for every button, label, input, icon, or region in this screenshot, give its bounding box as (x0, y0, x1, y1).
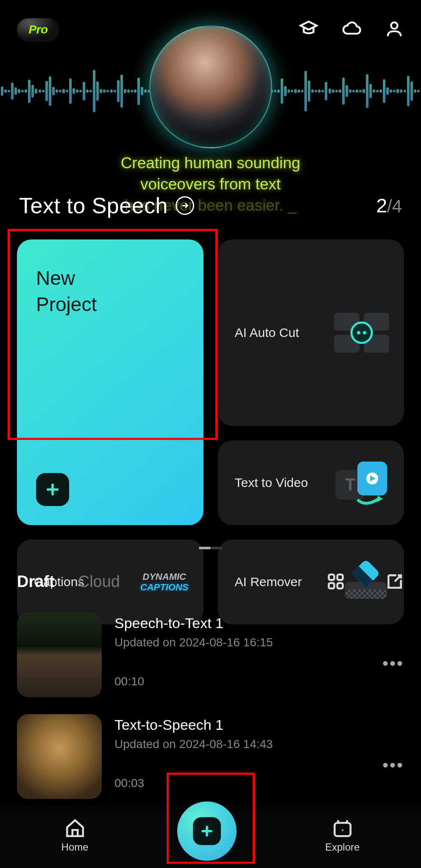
plus-icon (193, 817, 221, 845)
draft-duration: 00:10 (114, 675, 404, 688)
more-icon[interactable]: ••• (382, 654, 404, 673)
svg-point-6 (357, 331, 360, 334)
svg-point-5 (351, 323, 372, 343)
hero-line2: voiceovers from text (140, 175, 281, 193)
page-total: 4 (392, 196, 402, 216)
draft-duration: 00:03 (114, 776, 404, 790)
tab-draft[interactable]: Draft (17, 573, 55, 591)
drafts-tab-row: Draft Cloud (17, 572, 404, 591)
draft-info: Speech-to-Text 1 Updated on 2024-08-16 1… (114, 612, 404, 688)
text-to-video-label: Text to Video (235, 476, 308, 490)
bottom-nav: Home Explore (0, 802, 421, 868)
nav-explore-label: Explore (325, 841, 360, 853)
pager-dots (199, 547, 223, 549)
svg-rect-23 (337, 575, 343, 580)
svg-point-7 (363, 331, 366, 334)
home-icon (64, 818, 86, 839)
hero-line1: Creating human sounding (121, 154, 301, 172)
nav-home[interactable]: Home (61, 818, 89, 853)
draft-title: Text-to-Speech 1 (114, 717, 404, 733)
explore-icon (332, 818, 353, 839)
pro-badge[interactable]: Pro (17, 18, 59, 42)
grid-view-icon[interactable] (326, 572, 345, 591)
edit-icon[interactable] (385, 572, 404, 591)
new-project-card[interactable]: New Project (17, 239, 204, 525)
text-to-video-card[interactable]: Text to Video T (218, 440, 404, 525)
draft-thumbnail (17, 714, 102, 799)
feature-title-text: Text to Speech (19, 193, 168, 218)
more-icon[interactable]: ••• (382, 756, 404, 775)
draft-subtitle: Updated on 2024-08-16 14:43 (114, 737, 404, 751)
pro-badge-label: Pro (28, 23, 47, 36)
new-project-label: New Project (36, 265, 97, 317)
feature-title[interactable]: Text to Speech (19, 193, 194, 218)
page-current: 2 (376, 195, 387, 217)
plus-icon (36, 473, 69, 506)
draft-info: Text-to-Speech 1 Updated on 2024-08-16 1… (114, 714, 404, 790)
tab-cloud[interactable]: Cloud (78, 573, 120, 591)
svg-point-0 (391, 22, 397, 29)
profile-icon[interactable] (385, 19, 404, 40)
svg-rect-25 (337, 583, 343, 589)
page-counter: 2/4 (376, 194, 402, 217)
arrow-right-icon (176, 196, 194, 215)
feature-title-row: Text to Speech 2/4 (0, 193, 421, 218)
draft-thumbnail (17, 612, 102, 697)
text-to-video-icon: T (332, 457, 391, 508)
draft-item[interactable]: Speech-to-Text 1 Updated on 2024-08-16 1… (17, 612, 404, 714)
svg-rect-24 (329, 583, 335, 589)
top-icon-group (299, 19, 404, 40)
create-fab[interactable] (177, 801, 237, 861)
feature-cards-grid: New Project AI Auto Cut Text to Video (17, 239, 404, 624)
draft-item[interactable]: Text-to-Speech 1 Updated on 2024-08-16 1… (17, 714, 404, 816)
ai-auto-cut-label: AI Auto Cut (235, 326, 299, 340)
draft-subtitle: Updated on 2024-08-16 16:15 (114, 636, 404, 649)
ai-auto-cut-icon (332, 309, 391, 356)
nav-explore[interactable]: Explore (325, 818, 360, 853)
top-bar: Pro (0, 13, 421, 47)
ai-auto-cut-card[interactable]: AI Auto Cut (218, 239, 404, 426)
svg-rect-22 (329, 575, 335, 580)
learn-icon[interactable] (299, 19, 318, 40)
nav-home-label: Home (61, 841, 89, 853)
svg-text:T: T (345, 475, 355, 494)
svg-rect-15 (345, 590, 387, 599)
svg-marker-13 (377, 495, 383, 502)
draft-title: Speech-to-Text 1 (114, 615, 404, 632)
draft-list: Speech-to-Text 1 Updated on 2024-08-16 1… (17, 612, 404, 816)
cloud-icon[interactable] (342, 19, 361, 40)
